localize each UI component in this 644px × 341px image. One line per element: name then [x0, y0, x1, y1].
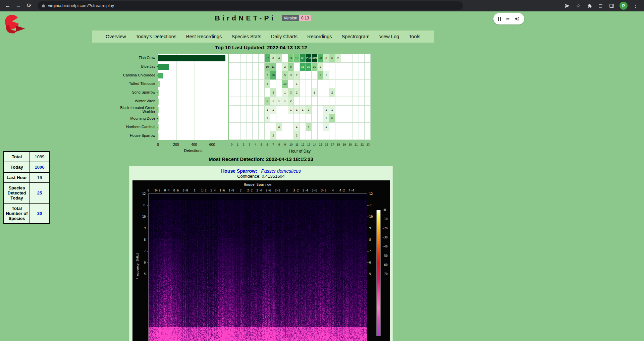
heatmap-cell	[253, 88, 259, 97]
kebab-menu-icon[interactable]: ⋮	[633, 3, 639, 9]
heatmap-cell	[329, 71, 335, 80]
spec-freq-tick: 8	[137, 238, 146, 241]
pause-icon[interactable]	[498, 17, 501, 21]
heatmap-cell	[312, 97, 318, 106]
heatmap-cell: 3	[270, 54, 276, 63]
heatmap-cell	[341, 88, 347, 97]
heatmap-cell	[365, 123, 371, 131]
address-bar[interactable]: virginia.birdnetpi.com/?stream=play	[38, 1, 463, 10]
detections-bar	[158, 107, 159, 113]
species-label: Blue Jay	[93, 62, 158, 71]
seek-bar[interactable]	[506, 18, 509, 19]
tick-mark	[367, 205, 369, 206]
heatmap-cell	[306, 88, 312, 97]
site-info-lock-icon[interactable]	[42, 4, 45, 8]
detection-title: House Sparrow: Passer domesticus	[129, 168, 392, 174]
species-label-text: Tufted Titmouse	[129, 82, 155, 86]
heatmap-cell	[312, 106, 318, 114]
tick-mark	[367, 217, 369, 217]
heatmap-cell	[276, 114, 282, 123]
heatmap-cell	[282, 106, 288, 114]
stats-row: Today1006	[4, 162, 49, 172]
heatmap-cell: 3	[323, 54, 329, 63]
detection-species[interactable]: House Sparrow:	[221, 168, 257, 174]
heatmap-cell	[253, 114, 259, 123]
nav-todays-detections[interactable]: Today's Detections	[136, 34, 176, 39]
heatmap-cell	[365, 106, 371, 114]
heatmap-cell: 1	[300, 106, 306, 114]
gridline	[195, 54, 195, 140]
heatmap-cell	[323, 80, 329, 89]
heatmap-cell	[347, 123, 353, 131]
media-controls-icon[interactable]	[597, 3, 603, 9]
spec-time-tick: 1·4	[210, 189, 216, 192]
spectrogram-canvas	[149, 194, 367, 341]
heatmap-cell	[365, 88, 371, 97]
heatmap-cell	[318, 88, 324, 97]
nav-view-log[interactable]: View Log	[379, 34, 399, 39]
detections-bar	[158, 55, 225, 61]
heatmap-cell	[329, 97, 335, 106]
detections-bar	[158, 99, 159, 105]
heatmap-cell: 1	[294, 106, 300, 114]
heatmap-cell	[341, 123, 347, 131]
heatmap-cell	[229, 80, 235, 89]
heatmap-cell	[294, 114, 300, 123]
heatmap-cell	[312, 80, 318, 89]
bookmark-star-icon[interactable]: ☆	[575, 3, 581, 9]
heatmap-cell	[235, 63, 241, 71]
heatmap-cell	[347, 114, 353, 123]
heatmap-cell	[365, 80, 371, 89]
heatmap-cell: 1	[323, 71, 329, 80]
forward-icon[interactable]: →	[14, 1, 23, 10]
db-scale-tick: -10	[382, 217, 388, 221]
spec-time-tick: 1·6	[219, 189, 225, 192]
reload-icon[interactable]: ⟳	[25, 1, 34, 10]
heatmap-cell: 1	[276, 97, 282, 106]
spec-time-tick: 4	[332, 189, 334, 192]
back-icon[interactable]: ←	[3, 1, 12, 10]
nav-best-recordings[interactable]: Best Recordings	[186, 34, 222, 39]
site-header: BirdNET-Pi Version 0.13	[0, 14, 526, 22]
side-panel-icon[interactable]	[608, 3, 614, 9]
hour-x-tick: 3	[249, 143, 250, 146]
heatmap-cell	[365, 54, 371, 63]
spec-freq-tick: 12	[369, 192, 378, 195]
nav-spectrogram[interactable]: Spectrogram	[342, 34, 370, 39]
stats-value[interactable]: 1006	[30, 162, 49, 172]
hour-x-tick: 8	[278, 143, 280, 146]
detection-panel: House Sparrow: Passer domesticus Confide…	[129, 166, 393, 341]
volume-icon[interactable]	[515, 16, 520, 21]
heatmap-cell: 253	[306, 54, 312, 63]
heatmap-cell	[235, 114, 241, 123]
spec-time-tick: 0·2	[155, 189, 160, 192]
heatmap-cell	[276, 106, 282, 114]
heatmap-cell: 6	[329, 114, 335, 123]
nav-species-stats[interactable]: Species Stats	[231, 34, 261, 39]
heatmap-cell	[359, 54, 365, 63]
stats-value[interactable]: 25	[30, 183, 49, 203]
hour-x-tick: 12	[301, 143, 304, 146]
frequency-axis-label: Frequency (kHz)	[136, 252, 139, 280]
send-icon[interactable]	[564, 3, 570, 9]
profile-avatar[interactable]: P	[620, 2, 628, 10]
heatmap-cell	[365, 97, 371, 106]
hour-x-tick: 15	[319, 143, 322, 146]
nav-tools[interactable]: Tools	[409, 34, 420, 39]
extensions-puzzle-icon[interactable]	[586, 3, 592, 9]
stats-label: Last Hour	[4, 172, 30, 183]
heatmap-cell: 10	[312, 63, 318, 71]
stats-value[interactable]: 30	[30, 203, 49, 224]
nav-overview[interactable]: Overview	[106, 34, 126, 39]
heatmap-cell: 9	[318, 71, 324, 80]
heatmap-cell	[335, 131, 341, 140]
spec-time-tick: 0·6	[173, 189, 179, 192]
heatmap-cell	[359, 88, 365, 97]
bar-x-tick: 600	[209, 143, 215, 147]
url-text[interactable]: virginia.birdnetpi.com/?stream=play	[48, 3, 114, 8]
nav-recordings[interactable]: Recordings	[307, 34, 332, 39]
heatmap-cell	[259, 97, 265, 106]
heatmap-cell	[335, 97, 341, 106]
nav-daily-charts[interactable]: Daily Charts	[271, 34, 298, 39]
detection-scientific-name[interactable]: Passer domesticus	[261, 168, 301, 174]
